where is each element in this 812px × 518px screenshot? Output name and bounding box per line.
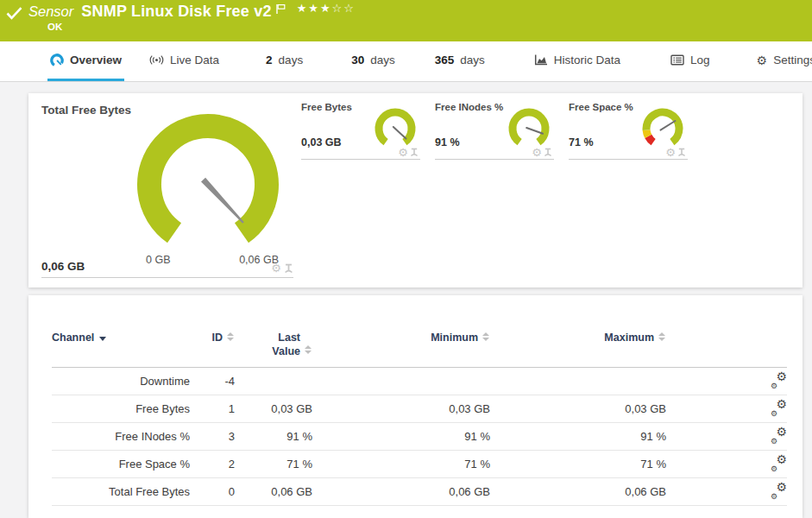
tab-log-label: Log — [690, 54, 710, 66]
tab-historic-data-label: Historic Data — [554, 54, 620, 66]
channel-last-value — [235, 368, 312, 395]
sensor-status-badge: OK — [47, 22, 356, 32]
column-header-maximum-label: Maximum — [604, 332, 654, 344]
gauge-title: Free Space % — [569, 102, 633, 112]
gauge-free-space: Free Space % 71 % ⚙ — [569, 100, 688, 160]
stars-empty: ☆☆ — [332, 2, 356, 15]
gauge-title: Free INodes % — [435, 102, 503, 112]
channel-maximum: 0,03 GB — [490, 395, 666, 423]
tab-30-days[interactable]: 30 days — [349, 41, 398, 81]
gauge-pin-icon[interactable] — [677, 148, 686, 157]
column-header-channel-label: Channel — [52, 332, 94, 344]
channel-minimum: 0,06 GB — [312, 478, 490, 506]
tab-2-days-label: days — [279, 54, 304, 66]
column-header-minimum[interactable]: Minimum — [312, 326, 490, 368]
gauge-dial — [132, 109, 284, 261]
tab-historic-data[interactable]: Historic Data — [532, 41, 623, 81]
channel-settings-icon[interactable]: ⚙⚙ — [771, 427, 787, 443]
tab-365-days[interactable]: 365 days — [432, 41, 488, 81]
channel-id: 3 — [190, 423, 235, 451]
channel-maximum — [490, 368, 666, 395]
channel-maximum: 91 % — [490, 423, 666, 451]
tab-365-days-label: days — [460, 54, 485, 66]
tab-overview[interactable]: Overview — [47, 41, 124, 81]
gauge-pin-icon[interactable] — [410, 148, 419, 157]
gauge-gear-icon[interactable]: ⚙ — [271, 262, 281, 274]
channels-table: Channel ID Last Value Minimum Maximum — [52, 326, 787, 506]
channel-settings-icon[interactable]: ⚙⚙ — [771, 483, 787, 498]
tab-settings[interactable]: ⚙ Settings — [754, 41, 812, 81]
channel-minimum: 91 % — [312, 423, 490, 451]
table-row[interactable]: Free Bytes 1 0,03 GB 0,03 GB 0,03 GB ⚙⚙ — [52, 395, 787, 423]
gauge-current-value: 0,03 GB — [301, 136, 342, 148]
tab-log[interactable]: Log — [668, 41, 713, 81]
sort-icon — [227, 332, 235, 341]
gauge-current-value: 0,06 GB — [41, 260, 85, 273]
column-header-id[interactable]: ID — [190, 326, 235, 368]
channel-name: Free INodes % — [52, 423, 190, 451]
gauge-total-free-bytes: Total Free Bytes 0 GB 0,06 GB 0,06 GB ⚙ — [41, 100, 293, 278]
log-icon — [670, 54, 684, 66]
gauge-pin-icon[interactable] — [284, 263, 293, 274]
historic-chart-icon — [534, 54, 548, 66]
channel-last-value: 71 % — [235, 451, 312, 478]
column-header-last-value-label: Last Value — [264, 332, 300, 358]
channel-maximum: 0,06 GB — [490, 478, 666, 506]
channel-last-value: 0,06 GB — [235, 478, 312, 506]
channel-last-value: 0,03 GB — [235, 395, 312, 423]
gauge-gear-icon[interactable]: ⚙ — [532, 147, 542, 158]
channel-settings-icon[interactable]: ⚙⚙ — [771, 372, 787, 388]
gauge-current-value: 91 % — [435, 136, 460, 148]
channel-maximum: 71 % — [490, 451, 666, 478]
table-header-row: Channel ID Last Value Minimum Maximum — [52, 326, 787, 368]
gauge-needle — [201, 178, 245, 225]
gauge-icon — [50, 54, 64, 67]
gauge-dial — [506, 105, 552, 152]
priority-stars[interactable]: ★★★☆☆ — [297, 2, 356, 15]
gauge-gear-icon[interactable]: ⚙ — [398, 147, 408, 158]
channel-id: -4 — [190, 368, 235, 395]
sensor-title: SNMP Linux Disk Free v2 — [81, 3, 271, 21]
channel-name: Total Free Bytes — [52, 478, 190, 506]
gauge-actions: ⚙ — [665, 147, 686, 158]
column-header-settings — [666, 326, 787, 368]
gauge-actions: ⚙ — [398, 147, 419, 158]
channels-panel: Channel ID Last Value Minimum Maximum — [28, 295, 803, 518]
table-row[interactable]: Downtime -4 ⚙⚙ — [52, 368, 787, 395]
gauge-gear-icon[interactable]: ⚙ — [665, 147, 676, 158]
channel-minimum: 0,03 GB — [312, 395, 490, 423]
tab-30-days-label: days — [370, 54, 395, 66]
sort-caret-icon — [99, 337, 106, 341]
gauge-title: Free Bytes — [301, 102, 352, 112]
channel-name: Free Bytes — [52, 395, 190, 423]
channel-settings-icon[interactable]: ⚙⚙ — [771, 455, 787, 471]
tab-365-days-number: 365 — [435, 54, 455, 66]
column-header-last-value[interactable]: Last Value — [235, 326, 312, 368]
tab-2-days[interactable]: 2 days — [263, 41, 305, 81]
tab-overview-label: Overview — [70, 54, 122, 66]
flag-icon[interactable] — [275, 3, 286, 15]
column-header-id-label: ID — [212, 332, 223, 344]
gauge-pin-icon[interactable] — [544, 148, 552, 157]
live-data-icon — [149, 54, 164, 66]
sort-icon — [305, 345, 312, 354]
gauge-actions: ⚙ — [271, 262, 293, 274]
table-row[interactable]: Free INodes % 3 91 % 91 % 91 % ⚙⚙ — [52, 423, 787, 451]
gauge-scale-min: 0 GB — [146, 254, 171, 266]
column-header-maximum[interactable]: Maximum — [490, 326, 666, 368]
column-header-channel[interactable]: Channel — [52, 326, 190, 368]
tab-2-days-number: 2 — [266, 54, 273, 66]
tab-live-data-label: Live Data — [170, 54, 219, 66]
tab-settings-label: Settings — [773, 54, 812, 66]
gauges-panel: Total Free Bytes 0 GB 0,06 GB 0,06 GB ⚙ … — [28, 93, 803, 287]
gauge-actions: ⚙ — [532, 147, 552, 158]
gauge-scale: 0 GB 0,06 GB — [132, 254, 284, 266]
table-row[interactable]: Total Free Bytes 0 0,06 GB 0,06 GB 0,06 … — [52, 478, 787, 506]
channel-settings-icon[interactable]: ⚙⚙ — [771, 400, 787, 415]
gauge-current-value: 71 % — [569, 136, 594, 148]
gauge-free-inodes: Free INodes % 91 % ⚙ — [435, 100, 554, 160]
gauge-dial — [372, 105, 419, 152]
tab-bar: Overview Live Data 2 days 30 days 365 da… — [0, 41, 812, 82]
tab-live-data[interactable]: Live Data — [147, 41, 222, 81]
table-row[interactable]: Free Space % 2 71 % 71 % 71 % ⚙⚙ — [52, 451, 787, 478]
